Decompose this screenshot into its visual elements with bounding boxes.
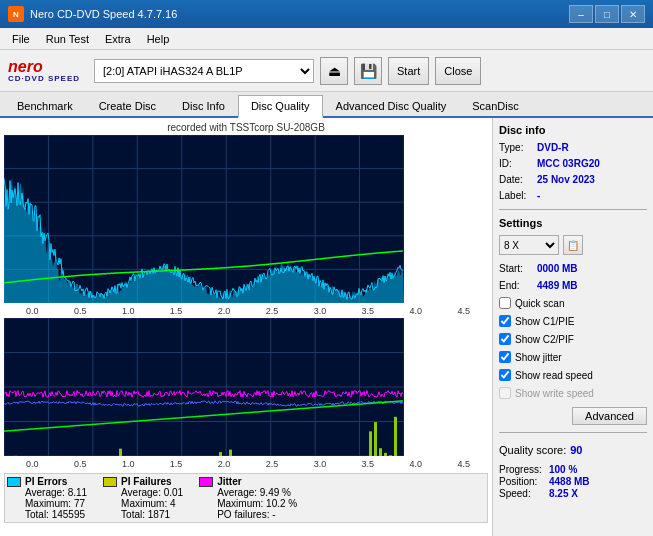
menu-extra[interactable]: Extra — [97, 31, 139, 47]
menu-run-test[interactable]: Run Test — [38, 31, 97, 47]
show-c1pie-label: Show C1/PIE — [515, 316, 574, 327]
speed-selector[interactable]: 8 X — [499, 235, 559, 255]
eject-icon-button[interactable]: ⏏ — [320, 57, 348, 85]
menu-bar: File Run Test Extra Help — [0, 28, 653, 50]
disc-date-value: 25 Nov 2023 — [537, 174, 595, 185]
title-bar-left: N Nero CD-DVD Speed 4.7.7.16 — [8, 6, 177, 22]
end-mb-row: End: 4489 MB — [499, 280, 647, 291]
nero-logo-text: nero — [8, 59, 43, 75]
progress-label: Progress: — [499, 464, 549, 475]
show-write-speed-checkbox[interactable] — [499, 387, 511, 399]
start-value: 0000 MB — [537, 263, 578, 274]
top-chart-canvas — [4, 135, 404, 303]
bottom-chart-canvas — [4, 318, 404, 456]
speed-value: 8.25 X — [549, 488, 578, 499]
right-panel: Disc info Type: DVD-R ID: MCC 03RG20 Dat… — [493, 118, 653, 536]
save-icon-button[interactable]: 💾 — [354, 57, 382, 85]
end-label: End: — [499, 280, 537, 291]
quick-scan-label: Quick scan — [515, 298, 564, 309]
minimize-button[interactable]: – — [569, 5, 593, 23]
jitter-max: 10.2 % — [266, 498, 297, 509]
drive-selector[interactable]: [2:0] ATAPI iHAS324 A BL1P — [94, 59, 314, 83]
show-write-speed-label: Show write speed — [515, 388, 594, 399]
tab-scan-disc[interactable]: ScanDisc — [459, 95, 531, 116]
nero-logo: nero CD·DVD SPEED — [8, 59, 80, 83]
speed-row-progress: Speed: 8.25 X — [499, 488, 647, 499]
close-button[interactable]: ✕ — [621, 5, 645, 23]
disc-info-title: Disc info — [499, 124, 647, 136]
disc-label-label: Label: — [499, 190, 537, 201]
disc-label-row: Label: - — [499, 190, 647, 201]
progress-value: 100 % — [549, 464, 577, 475]
quality-score-label: Quality score: — [499, 444, 566, 456]
show-jitter-checkbox[interactable] — [499, 351, 511, 363]
po-failures-label: PO failures: — [217, 509, 269, 520]
tab-benchmark[interactable]: Benchmark — [4, 95, 86, 116]
show-c2pif-checkbox[interactable] — [499, 333, 511, 345]
x-axis-top: 0.0 0.5 1.0 1.5 2.0 2.5 3.0 3.5 4.0 4.5 — [4, 306, 488, 316]
disc-date-label: Date: — [499, 174, 537, 185]
advanced-button[interactable]: Advanced — [572, 407, 647, 425]
show-c2pif-row: Show C2/PIF — [499, 333, 647, 345]
tabs: Benchmark Create Disc Disc Info Disc Qua… — [0, 92, 653, 118]
main-content: recorded with TSSTcorp SU-208GB 100 80 6… — [0, 118, 653, 536]
pi-errors-label: PI Errors — [25, 476, 67, 487]
jitter-label: Jitter — [217, 476, 241, 487]
toolbar: nero CD·DVD SPEED [2:0] ATAPI iHAS324 A … — [0, 50, 653, 92]
disc-date-row: Date: 25 Nov 2023 — [499, 174, 647, 185]
show-read-speed-checkbox[interactable] — [499, 369, 511, 381]
app-title: Nero CD-DVD Speed 4.7.7.16 — [30, 8, 177, 20]
start-button[interactable]: Start — [388, 57, 429, 85]
progress-row: Progress: 100 % — [499, 464, 647, 475]
pi-errors-color — [7, 477, 21, 487]
disc-type-row: Type: DVD-R — [499, 142, 647, 153]
pi-failures-avg: 0.01 — [164, 487, 183, 498]
close-disc-button[interactable]: Close — [435, 57, 481, 85]
jitter-color — [199, 477, 213, 487]
disc-type-label: Type: — [499, 142, 537, 153]
disc-id-value: MCC 03RG20 — [537, 158, 600, 169]
show-read-speed-row: Show read speed — [499, 369, 647, 381]
legend-pi-errors: PI Errors Average: 8.11 Maximum: 77 Tota… — [7, 476, 87, 520]
show-c1pie-checkbox[interactable] — [499, 315, 511, 327]
start-label: Start: — [499, 263, 537, 274]
show-c2pif-label: Show C2/PIF — [515, 334, 574, 345]
pi-failures-total: 1871 — [148, 509, 170, 520]
x-axis-bottom: 0.0 0.5 1.0 1.5 2.0 2.5 3.0 3.5 4.0 4.5 — [4, 459, 488, 469]
start-mb-row: Start: 0000 MB — [499, 263, 647, 274]
speed-label: Speed: — [499, 488, 549, 499]
pi-failures-label: PI Failures — [121, 476, 172, 487]
legend-pi-failures: PI Failures Average: 0.01 Maximum: 4 Tot… — [103, 476, 183, 520]
legend-jitter: Jitter Average: 9.49 % Maximum: 10.2 % P… — [199, 476, 297, 520]
tab-advanced-disc-quality[interactable]: Advanced Disc Quality — [323, 95, 460, 116]
app-icon: N — [8, 6, 24, 22]
tab-create-disc[interactable]: Create Disc — [86, 95, 169, 116]
menu-file[interactable]: File — [4, 31, 38, 47]
pi-errors-avg: 8.11 — [68, 487, 87, 498]
tab-disc-info[interactable]: Disc Info — [169, 95, 238, 116]
pi-failures-max: 4 — [170, 498, 176, 509]
show-jitter-label: Show jitter — [515, 352, 562, 363]
pi-failures-color — [103, 477, 117, 487]
show-read-speed-label: Show read speed — [515, 370, 593, 381]
position-value: 4488 MB — [549, 476, 590, 487]
progress-section: Progress: 100 % Position: 4488 MB Speed:… — [499, 464, 647, 500]
title-bar-controls: – □ ✕ — [569, 5, 645, 23]
chart-area: recorded with TSSTcorp SU-208GB 100 80 6… — [0, 118, 493, 536]
quick-scan-checkbox[interactable] — [499, 297, 511, 309]
settings-title: Settings — [499, 217, 647, 229]
nero-logo-subtitle: CD·DVD SPEED — [8, 75, 80, 83]
legend-area: PI Errors Average: 8.11 Maximum: 77 Tota… — [4, 473, 488, 523]
disc-label-value: - — [537, 190, 540, 201]
tab-disc-quality[interactable]: Disc Quality — [238, 95, 323, 118]
position-row: Position: 4488 MB — [499, 476, 647, 487]
title-bar: N Nero CD-DVD Speed 4.7.7.16 – □ ✕ — [0, 0, 653, 28]
disc-id-row: ID: MCC 03RG20 — [499, 158, 647, 169]
quality-score-value: 90 — [570, 444, 582, 456]
copy-button[interactable]: 📋 — [563, 235, 583, 255]
maximize-button[interactable]: □ — [595, 5, 619, 23]
end-value: 4489 MB — [537, 280, 578, 291]
show-c1pie-row: Show C1/PIE — [499, 315, 647, 327]
menu-help[interactable]: Help — [139, 31, 178, 47]
show-jitter-row: Show jitter — [499, 351, 647, 363]
